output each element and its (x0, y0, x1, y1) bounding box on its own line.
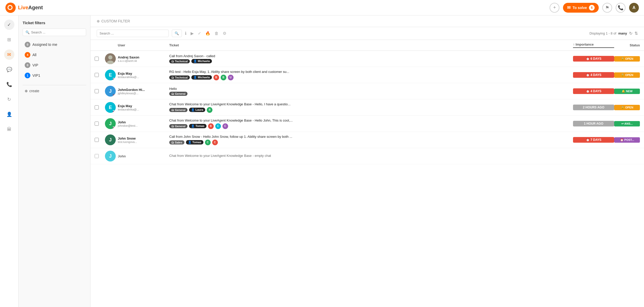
logo[interactable]: LiveAgent (5, 2, 43, 13)
table-row[interactable]: J John Chat from Welcome to your LiveAge… (91, 148, 644, 164)
forward-icon[interactable]: ▶ (191, 31, 194, 36)
filter-sidebar: Ticket filters 🔍 0 Assigned to me 4 All … (19, 15, 91, 307)
row-checkbox[interactable] (95, 122, 99, 126)
tools-icon[interactable]: ⚙ (223, 31, 226, 36)
ticket-subject: RG test - Hello Esja May, 1. Ability sha… (169, 70, 573, 74)
row-checkbox[interactable] (95, 73, 99, 77)
create-filter-button[interactable]: ⊕ create (23, 88, 86, 94)
trash-icon[interactable]: 🗑 (214, 31, 219, 36)
filter-all[interactable]: 4 All (23, 50, 86, 59)
filter-button[interactable]: ⇅ (634, 31, 638, 36)
user-cell: Esja May testauralinka@... (118, 104, 169, 111)
ticket-list: Andrej Saxon s.a.x.i@azet.sk Call from A… (91, 51, 644, 307)
user-cell: Esja May testauralinka@... (118, 72, 169, 79)
nav-icon-mail[interactable]: ✉ (4, 49, 14, 60)
tosolve-count: 6 (589, 5, 595, 11)
user-name: JohnGordon Hi... (118, 88, 169, 92)
avatar: J 🇸🇰 (105, 118, 116, 129)
table-row[interactable]: E 🇸🇰 Esja May testauralinka@... Chat fro… (91, 99, 644, 116)
col-header-user: User (118, 43, 169, 47)
displaying-info: Displaying 1 - 8 of many ↻ ⇅ (589, 31, 638, 36)
ticket-search-input[interactable] (100, 31, 166, 35)
filter-assigned-to-me[interactable]: 0 Assigned to me (23, 40, 86, 49)
nav-icon-chat[interactable]: 💬 (4, 64, 14, 75)
time-badge: ⏰ 7 DAYS (573, 137, 614, 143)
svg-point-2 (8, 6, 12, 9)
ticket-subject: Call from Andrej Saxon - called (169, 54, 573, 58)
filter-badge-vip1: 1 (25, 73, 30, 78)
nav-icon-refresh[interactable]: ↻ (4, 94, 14, 105)
time-badge: 1 HOUR AGO (573, 121, 614, 126)
status-badge: 🔒 OPEN (614, 105, 640, 110)
user-cell: John (118, 154, 169, 158)
nav-icon-building[interactable]: 🏛 (4, 124, 14, 134)
user-name: John Snow (118, 137, 169, 140)
custom-filter-button[interactable]: ⊕ CUSTOM FILTER (97, 19, 130, 23)
filter-label-vip1: VIP1 (32, 73, 40, 78)
ticket-tags: 🗂 General 👤 Laura R (169, 107, 573, 113)
tag-assignee-laura: 👤 Laura (189, 108, 205, 112)
col-header-status: Status (614, 43, 640, 47)
filter-vip1[interactable]: 1 VIP1 (23, 71, 86, 80)
nav-icon-phone[interactable]: 📞 (4, 79, 14, 90)
user-name: John (118, 154, 169, 158)
row-checkbox[interactable] (95, 57, 99, 61)
phone-button[interactable]: 📞 (616, 3, 625, 13)
table-row[interactable]: J 🇺🇸 JohnGordon Hi... jghilleytexas@... … (91, 83, 644, 99)
table-row[interactable]: J 🇸🇰 John johndoe@test... Chat from Welc… (91, 116, 644, 132)
flag-icon: 🇸🇰 (113, 110, 116, 113)
user-name: John (118, 120, 169, 124)
nav-icon-grid[interactable]: ⊞ (4, 35, 14, 45)
status-badge: 🔒 OPEN (614, 72, 640, 78)
user-name: Andrej Saxon (118, 55, 169, 59)
tosolve-button[interactable]: ✉ To solve 6 (563, 3, 599, 13)
nav-icon-contact[interactable]: 👤 (4, 109, 14, 120)
filter-search-box[interactable]: 🔍 (23, 29, 86, 36)
custom-filter-plus-icon: ⊕ (97, 19, 100, 23)
tag-general: 🗂 General (169, 92, 187, 96)
tag-assignee-tomas2: 👤 Tomas (186, 140, 203, 144)
user-avatar-top[interactable]: A (629, 3, 639, 13)
status-badge: ⏰ POST... (614, 137, 640, 143)
mail-icon: ✉ (567, 5, 570, 10)
row-checkbox[interactable] (95, 105, 99, 109)
nav-icon-check[interactable]: ✓ (4, 20, 14, 30)
main-content: ⊕ CUSTOM FILTER 🔍 ℹ ▶ ✓ 🔥 🗑 ⚙ Displaying… (91, 15, 644, 307)
check-icon[interactable]: ✓ (198, 31, 201, 36)
filter-sidebar-title: Ticket filters (23, 21, 86, 25)
filter-search-icon: 🔍 (25, 30, 30, 34)
search-box[interactable] (97, 30, 169, 37)
row-checkbox[interactable] (95, 89, 99, 93)
avatar: E 🇸🇰 (105, 102, 116, 113)
user-cell: Andrej Saxon s.a.x.i@azet.sk (118, 55, 169, 62)
table-row[interactable]: E 🇸🇰 Esja May testauralinka@... RG test … (91, 67, 644, 83)
info-icon[interactable]: ℹ (185, 31, 186, 36)
tag-assignee-tomas: 👤 Tomas (189, 124, 207, 128)
tag-technical: 🗂 Technical (169, 75, 190, 80)
topnav-right: + ✉ To solve 6 ⚑ 📞 A (550, 3, 639, 13)
status-badge: 🔔 NEW (614, 89, 640, 94)
filter-list: 0 Assigned to me 4 All 0 VIP 1 VIP1 (23, 40, 86, 80)
row-checkbox[interactable] (95, 154, 99, 158)
avatar-img (105, 53, 116, 64)
flag-button[interactable]: ⚑ (602, 3, 612, 13)
row-checkbox[interactable] (95, 138, 99, 142)
ticket-tags: 🗂 General (169, 92, 573, 96)
table-row[interactable]: Andrej Saxon s.a.x.i@azet.sk Call from A… (91, 51, 644, 67)
displaying-prefix: Displaying 1 - 8 of (589, 31, 616, 35)
custom-filter-label: CUSTOM FILTER (101, 19, 130, 23)
create-label: create (29, 89, 39, 93)
table-row[interactable]: J John Snow test.luongova... Call from J… (91, 132, 644, 148)
search-button[interactable]: 🔍 (172, 30, 182, 37)
user-email: test.luongova... (118, 140, 169, 143)
add-button[interactable]: + (550, 3, 559, 13)
filter-search-input[interactable] (31, 30, 83, 34)
refresh-button[interactable]: ↻ (629, 31, 632, 36)
filter-badge-vip: 0 (25, 62, 30, 68)
filter-badge-all: 4 (25, 52, 30, 58)
fire-icon[interactable]: 🔥 (205, 31, 210, 36)
tag-general: 🗂 General (169, 124, 187, 128)
col-header-importance[interactable]: ↑ Importance (573, 42, 614, 48)
tag-assignee-michaela: 👤 Michaela (191, 59, 212, 63)
filter-vip[interactable]: 0 VIP (23, 61, 86, 70)
